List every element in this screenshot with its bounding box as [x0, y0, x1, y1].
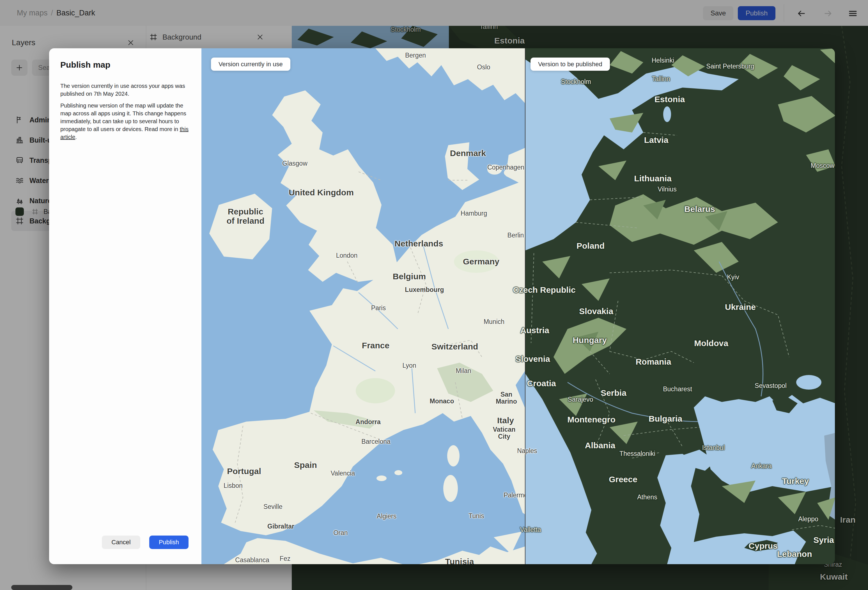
map-label: Spain — [294, 460, 317, 470]
map-label: Monaco — [430, 398, 454, 405]
map-label: Montenegro — [567, 415, 616, 424]
map-label: Lebanon — [777, 549, 812, 559]
map-label: Stockholm — [561, 78, 591, 85]
dialog-title: Publish map — [60, 60, 110, 69]
dialog-paragraph-text: Publishing new version of the map will u… — [60, 102, 186, 132]
map-label: Germany — [463, 257, 499, 266]
map-label: Vatican City — [493, 426, 516, 441]
map-label: Tunisia — [445, 557, 474, 565]
map-label: London — [336, 252, 358, 259]
map-label: San Marino — [496, 391, 517, 405]
map-label: Bergen — [405, 52, 426, 59]
map-label: United Kingdom — [289, 188, 354, 197]
map-label: Kyiv — [727, 274, 739, 281]
map-label: Oslo — [477, 64, 490, 71]
map-label: Valencia — [331, 470, 355, 477]
map-label: Moldova — [694, 339, 728, 348]
map-label: Aleppo — [798, 516, 818, 523]
map-label: Lithuania — [634, 174, 671, 183]
map-label: Athens — [637, 494, 657, 501]
map-label: Latvia — [644, 135, 669, 145]
map-label: Algiers — [377, 513, 396, 520]
map-label: Palermo — [503, 492, 525, 499]
map-label: Tallinn — [652, 75, 670, 83]
map-label: Sarajevo — [568, 396, 593, 403]
version-new-chip: Version to be published — [530, 58, 610, 71]
map-label: Bucharest — [663, 386, 692, 393]
map-label: Belarus — [684, 204, 715, 214]
cancel-button[interactable]: Cancel — [102, 535, 140, 549]
map-label: Paris — [371, 305, 386, 312]
map-label: Ankara — [751, 463, 772, 470]
map-label: Ukraine — [725, 302, 756, 312]
map-label: Saint Petersburg — [706, 63, 754, 70]
map-label: Oran — [333, 529, 348, 537]
dialog-paragraph: Publishing new version of the map will u… — [60, 102, 195, 141]
map-label: Fez — [280, 555, 290, 562]
publish-dialog: Publish map The version currently in use… — [49, 48, 201, 564]
map-label: Turkey — [782, 476, 809, 486]
dialog-paragraph: The version currently in use across your… — [60, 82, 195, 98]
map-label: Vilnius — [658, 186, 676, 193]
map-label: Lisbon — [224, 482, 243, 489]
map-label: Berlin — [508, 232, 524, 239]
version-current-chip: Version currently in use — [211, 58, 290, 71]
map-label: Copenhagen — [487, 164, 524, 171]
map-label: France — [362, 341, 390, 350]
map-label: Albania — [585, 441, 615, 450]
map-label: Munich — [484, 318, 505, 325]
map-label: Cyprus — [748, 541, 777, 550]
map-label: Greece — [609, 475, 638, 484]
map-label: Hamburg — [461, 210, 487, 217]
map-label: Syria — [813, 535, 834, 544]
map-label: Thessaloniki — [619, 450, 655, 457]
light-map-labels: BergenOsloGlasgowUnited KingdomRepublic … — [201, 48, 525, 564]
map-label: Tunis — [468, 513, 484, 519]
map-label: Barcelona — [361, 438, 391, 445]
map-label: Lyon — [402, 362, 416, 369]
map-label: Milan — [456, 367, 471, 374]
publish-button[interactable]: Publish — [149, 535, 189, 549]
map-label: Moscow — [811, 162, 834, 169]
map-label: Istanbul — [702, 444, 725, 451]
map-label: Poland — [577, 241, 605, 250]
map-label: Serbia — [601, 388, 626, 398]
map-label: Italy — [497, 416, 514, 425]
map-label: Seville — [263, 503, 282, 510]
map-label: Andorra — [356, 418, 381, 426]
map-label: Helsinki — [652, 57, 675, 64]
map-label: Denmark — [450, 148, 486, 158]
map-label: Hungary — [573, 336, 607, 345]
map-label: Belgium — [393, 272, 426, 281]
publish-map-modal: Publish map The version currently in use… — [49, 48, 835, 564]
map-label: Luxembourg — [405, 286, 444, 293]
map-label: Sevastopol — [755, 382, 787, 389]
map-label: Republic of Ireland — [226, 207, 264, 225]
map-label: Portugal — [227, 466, 261, 476]
map-version-current[interactable]: Version currently in use BergenOsloGlasg… — [201, 48, 525, 564]
map-label: Switzerland — [431, 342, 478, 351]
map-label: Romania — [636, 357, 671, 366]
dialog-paragraph-text: . — [75, 134, 77, 140]
map-label: Casablanca — [235, 557, 269, 563]
dark-map-labels: HelsinkiSaint PetersburgTallinnStockholm… — [526, 48, 835, 564]
map-version-new[interactable]: Version to be published HelsinkiSaint Pe… — [525, 48, 835, 564]
map-label: Gibraltar — [267, 523, 294, 530]
map-label: Slovakia — [579, 306, 613, 316]
map-label: Glasgow — [282, 160, 307, 167]
map-label: Netherlands — [394, 239, 443, 248]
map-label: Bulgaria — [649, 414, 682, 423]
map-label: Estonia — [654, 95, 685, 104]
